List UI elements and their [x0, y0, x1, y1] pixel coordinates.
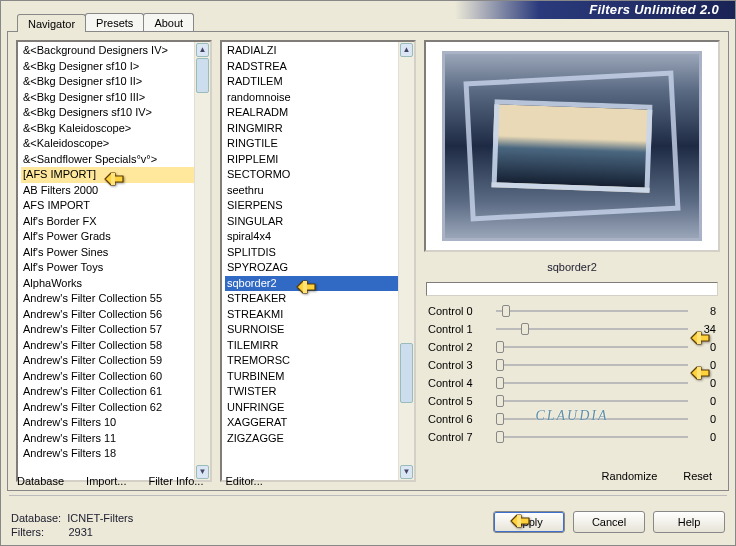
control-slider[interactable] [496, 436, 688, 438]
list-item[interactable]: UNFRINGE [225, 400, 398, 416]
list-item[interactable]: SECTORMO [225, 167, 398, 183]
editor-link[interactable]: Editor... [225, 475, 262, 487]
list-item[interactable]: Alf's Power Grads [21, 229, 194, 245]
scroll-thumb[interactable] [400, 343, 413, 403]
control-row: Control 60 [424, 410, 720, 428]
list-item[interactable]: Alf's Power Toys [21, 260, 194, 276]
list-item[interactable]: &<Background Designers IV> [21, 43, 194, 59]
list-item[interactable]: Andrew's Filter Collection 61 [21, 384, 194, 400]
list-item[interactable]: Andrew's Filter Collection 57 [21, 322, 194, 338]
list-item[interactable]: RINGMIRR [225, 121, 398, 137]
list-item[interactable]: AB Filters 2000 [21, 183, 194, 199]
list-item[interactable]: RADIALZI [225, 43, 398, 59]
list-item[interactable]: &<Kaleidoscope> [21, 136, 194, 152]
list-item[interactable]: AlphaWorks [21, 276, 194, 292]
list-item[interactable]: &<Bkg Designer sf10 I> [21, 59, 194, 75]
list-item[interactable]: SURNOISE [225, 322, 398, 338]
list-item[interactable]: STREAKMI [225, 307, 398, 323]
list-item[interactable]: REALRADM [225, 105, 398, 121]
selected-filter-name: sqborder2 [424, 258, 720, 276]
scrollbar[interactable]: ▲ ▼ [194, 42, 210, 480]
list-item[interactable]: Andrew's Filters 11 [21, 431, 194, 447]
list-item[interactable]: SINGULAR [225, 214, 398, 230]
list-item[interactable]: &<Bkg Designers sf10 IV> [21, 105, 194, 121]
scroll-thumb[interactable] [196, 58, 209, 93]
control-slider[interactable] [496, 418, 688, 420]
list-item[interactable]: Andrew's Filter Collection 60 [21, 369, 194, 385]
list-item[interactable]: TILEMIRR [225, 338, 398, 354]
list-item[interactable]: SIERPENS [225, 198, 398, 214]
scroll-down-icon[interactable]: ▼ [400, 465, 413, 479]
list-item[interactable]: spiral4x4 [225, 229, 398, 245]
list-item[interactable]: RADTILEM [225, 74, 398, 90]
list-item[interactable]: Andrew's Filter Collection 58 [21, 338, 194, 354]
control-label: Control 3 [428, 359, 488, 371]
list-item[interactable]: sqborder2 [225, 276, 398, 292]
cancel-button[interactable]: Cancel [573, 511, 645, 533]
list-item[interactable]: Andrew's Filters 10 [21, 415, 194, 431]
randomize-link[interactable]: Randomize [602, 470, 658, 482]
control-value: 0 [696, 395, 716, 407]
control-value: 0 [696, 359, 716, 371]
control-slider[interactable] [496, 328, 688, 330]
control-value: 8 [696, 305, 716, 317]
list-item[interactable]: seethru [225, 183, 398, 199]
control-row: Control 40 [424, 374, 720, 392]
list-item[interactable]: AFS IMPORT [21, 198, 194, 214]
control-slider[interactable] [496, 364, 688, 366]
import-link[interactable]: Import... [86, 475, 126, 487]
list-item[interactable]: Andrew's Filter Collection 55 [21, 291, 194, 307]
list-item[interactable]: SPLITDIS [225, 245, 398, 261]
list-item[interactable]: &<Bkg Designer sf10 II> [21, 74, 194, 90]
list-item[interactable]: Andrew's Filter Collection 62 [21, 400, 194, 416]
tab-navigator[interactable]: Navigator [17, 14, 86, 32]
list-item[interactable]: RIPPLEMI [225, 152, 398, 168]
list-item[interactable]: RINGTILE [225, 136, 398, 152]
tab-about[interactable]: About [143, 13, 194, 31]
list-item[interactable]: TREMORSC [225, 353, 398, 369]
control-label: Control 7 [428, 431, 488, 443]
help-button[interactable]: Help [653, 511, 725, 533]
list-item[interactable]: TURBINEM [225, 369, 398, 385]
list-item[interactable]: RADSTREA [225, 59, 398, 75]
control-row: Control 50 [424, 392, 720, 410]
list-item[interactable]: &<Bkg Designer sf10 III> [21, 90, 194, 106]
category-list[interactable]: &<Background Designers IV>&<Bkg Designer… [16, 40, 212, 482]
control-row: Control 134 [424, 320, 720, 338]
list-item[interactable]: &<Bkg Kaleidoscope> [21, 121, 194, 137]
list-item[interactable]: [AFS IMPORT] [21, 167, 194, 183]
filter-list[interactable]: RADIALZIRADSTREARADTILEMrandomnoiseREALR… [220, 40, 416, 482]
control-row: Control 20 [424, 338, 720, 356]
control-label: Control 6 [428, 413, 488, 425]
database-link[interactable]: Database [17, 475, 64, 487]
scroll-up-icon[interactable]: ▲ [400, 43, 413, 57]
list-item[interactable]: SPYROZAG [225, 260, 398, 276]
control-value: 0 [696, 413, 716, 425]
reset-link[interactable]: Reset [683, 470, 712, 482]
app-title: Filters Unlimited 2.0 [455, 1, 735, 19]
scroll-up-icon[interactable]: ▲ [196, 43, 209, 57]
control-value: 34 [696, 323, 716, 335]
list-item[interactable]: TWISTER [225, 384, 398, 400]
control-slider[interactable] [496, 400, 688, 402]
list-item[interactable]: XAGGERAT [225, 415, 398, 431]
control-slider[interactable] [496, 382, 688, 384]
tab-presets[interactable]: Presets [85, 13, 144, 31]
filter-info-link[interactable]: Filter Info... [148, 475, 203, 487]
control-label: Control 2 [428, 341, 488, 353]
apply-button[interactable]: Apply [493, 511, 565, 533]
list-item[interactable]: Alf's Border FX [21, 214, 194, 230]
list-item[interactable]: &<Sandflower Specials°v°> [21, 152, 194, 168]
list-item[interactable]: ZIGZAGGE [225, 431, 398, 447]
list-item[interactable]: Andrew's Filter Collection 56 [21, 307, 194, 323]
list-item[interactable]: STREAKER [225, 291, 398, 307]
control-slider[interactable] [496, 346, 688, 348]
list-item[interactable]: Alf's Power Sines [21, 245, 194, 261]
control-slider[interactable] [496, 310, 688, 312]
control-label: Control 4 [428, 377, 488, 389]
list-item[interactable]: randomnoise [225, 90, 398, 106]
control-label: Control 1 [428, 323, 488, 335]
list-item[interactable]: Andrew's Filters 18 [21, 446, 194, 462]
list-item[interactable]: Andrew's Filter Collection 59 [21, 353, 194, 369]
scrollbar[interactable]: ▲ ▼ [398, 42, 414, 480]
